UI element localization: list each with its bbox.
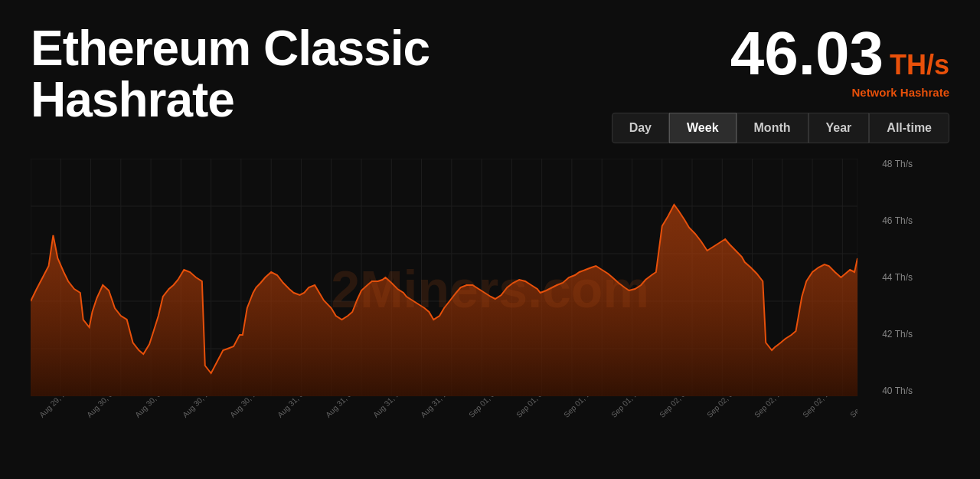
x-label-8: Aug 31, 18:00 [419, 396, 459, 419]
hashrate-label: Network Hashrate [851, 86, 949, 99]
hashrate-block: 46.03 TH/s Network Hashrate Day Week Mon… [612, 23, 949, 143]
x-label-0: Aug 29, 18:00 [38, 396, 77, 419]
chart-container: 48 Th/s 46 Th/s 44 Th/s 42 Th/s 40 Th/s … [31, 159, 919, 419]
y-axis: 48 Th/s 46 Th/s 44 Th/s 42 Th/s 40 Th/s [858, 159, 919, 396]
y-label-46: 46 Th/s [858, 215, 913, 226]
x-label-1: Aug 30, 00:00 [85, 396, 125, 419]
x-label-9: Sep 01, 00:00 [467, 396, 507, 419]
x-axis: Aug 29, 18:00 Aug 30, 00:00 Aug 30, 06:0… [31, 396, 858, 419]
x-label-16: Sep 02, 18:00 [801, 396, 841, 419]
y-label-40: 40 Th/s [858, 385, 913, 396]
time-btn-alltime[interactable]: All-time [869, 113, 949, 143]
title-block: Ethereum Classic Hashrate [31, 23, 612, 126]
hashrate-number: 46.03 [730, 23, 884, 84]
x-label-14: Sep 02, 06:00 [705, 396, 745, 419]
x-label-10: Sep 01, 06:00 [514, 396, 554, 419]
time-btn-month[interactable]: Month [737, 113, 808, 143]
title-line2: Hashrate [31, 72, 234, 127]
hashrate-value-row: 46.03 TH/s [730, 23, 949, 84]
chart-area: 2Miners.com [0, 159, 980, 419]
x-label-11: Sep 01, 12:00 [562, 396, 602, 419]
time-filter: Day Week Month Year All-time [612, 113, 949, 143]
y-label-48: 48 Th/s [858, 159, 913, 169]
hashrate-unit: TH/s [890, 51, 949, 79]
main-title: Ethereum Classic Hashrate [31, 23, 612, 126]
svg-marker-35 [31, 205, 858, 396]
x-label-2: Aug 30, 06:00 [133, 396, 173, 419]
chart-svg [31, 159, 858, 396]
x-label-15: Sep 02, 12:00 [753, 396, 792, 419]
x-label-13: Sep 02, 00:00 [658, 396, 697, 419]
x-label-6: Aug 31, 06:00 [324, 396, 364, 419]
x-label-5: Aug 31, 00:00 [276, 396, 316, 419]
x-label-17: Sep 03, 00:00 [848, 396, 858, 419]
time-btn-week[interactable]: Week [669, 113, 737, 143]
x-label-4: Aug 30, 18:00 [228, 396, 268, 419]
x-label-7: Aug 31, 12:00 [371, 396, 411, 419]
title-line1: Ethereum Classic [31, 21, 430, 76]
x-label-3: Aug 30, 12:00 [181, 396, 220, 419]
header: Ethereum Classic Hashrate 46.03 TH/s Net… [0, 0, 980, 143]
time-btn-day[interactable]: Day [612, 113, 669, 143]
page-container: Ethereum Classic Hashrate 46.03 TH/s Net… [0, 0, 980, 479]
y-label-44: 44 Th/s [858, 272, 913, 283]
x-label-12: Sep 01, 18:00 [609, 396, 649, 419]
time-btn-year[interactable]: Year [808, 113, 870, 143]
y-label-42: 42 Th/s [858, 329, 913, 340]
